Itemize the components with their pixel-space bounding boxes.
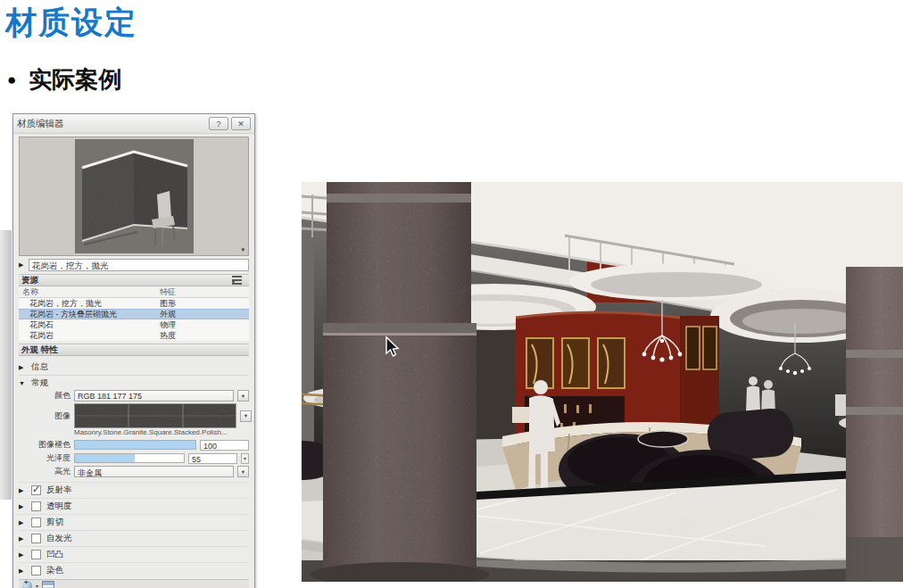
bullet-heading: ● 实际案例 (7, 64, 121, 95)
section-tint[interactable]: ▶ ✓ 染色 (19, 562, 249, 578)
resources-header-label: 资源 (21, 275, 38, 286)
section-bump[interactable]: ▶ ✓ 凹凸 (19, 546, 249, 562)
general-section-row[interactable]: ▼ 常规 (19, 377, 249, 388)
render-image (302, 182, 903, 582)
material-expander-icon[interactable]: ▶ (19, 261, 26, 269)
chevron-down-icon: ▾ (242, 468, 244, 476)
appearance-header-bar: 外观 特性 (19, 344, 249, 356)
page-title: 材质设定 (5, 2, 137, 44)
asset-row-appearance[interactable]: 花岗岩 - 方块叠层砌抛光 外观 (19, 309, 249, 319)
color-value-field[interactable]: RGB 181 177 175 (74, 390, 234, 402)
duplicate-asset-icon[interactable] (42, 581, 54, 588)
dialog-title: 材质编辑器 (17, 118, 206, 130)
bullet-icon: ● (7, 71, 16, 89)
column-trait: 特征 (160, 286, 249, 298)
general-expander-icon: ▼ (19, 380, 26, 386)
image-fade-slider[interactable] (74, 440, 196, 450)
chevron-down-icon: ▾ (244, 455, 246, 461)
chevron-down-icon: ▾ (244, 412, 247, 419)
column-name: 名称 (19, 286, 160, 298)
glossiness-slider[interactable] (74, 453, 185, 463)
check-icon: ✓ (32, 484, 40, 495)
glossiness-label: 光泽度 (19, 452, 70, 464)
chevron-down-icon[interactable]: ▾ (36, 583, 38, 588)
image-fade-label: 图像褪色 (19, 439, 70, 451)
right-column (846, 267, 903, 582)
image-texture-swatch[interactable] (74, 403, 236, 428)
list-view-icon[interactable]: ▾ (232, 276, 246, 285)
glossiness-dropdown-button[interactable]: ▾ (241, 453, 249, 464)
highlight-label: 高光 (19, 466, 70, 477)
image-dropdown-button[interactable]: ▾ (240, 410, 252, 422)
tint-checkbox[interactable]: ✓ (31, 566, 41, 576)
interior-render (302, 182, 903, 582)
section-transparency[interactable]: ▶ ✓ 透明度 (19, 498, 249, 514)
glossiness-value[interactable]: 55 (188, 453, 237, 464)
help-icon: ? (216, 120, 220, 128)
background-window-strip (0, 230, 12, 500)
reflectivity-checkbox[interactable]: ✓ (31, 485, 41, 495)
info-expander-icon: ▶ (19, 364, 26, 371)
material-editor-dialog: 材质编辑器 ? ✕ (12, 113, 255, 588)
color-label: 颜色 (19, 390, 70, 402)
material-preview: ▾ (19, 137, 249, 256)
bump-checkbox[interactable]: ✓ (31, 550, 41, 559)
cutouts-checkbox[interactable]: ✓ (31, 518, 41, 527)
image-filename-caption: Masonry.Stone.Granite.Square.Stacked.Pol… (74, 428, 249, 437)
section-self-illumination[interactable]: ▶ ✓ 自发光 (19, 530, 249, 546)
create-asset-icon[interactable] (22, 581, 32, 588)
asset-row-physical[interactable]: 花岗石 物理 (19, 319, 249, 330)
close-icon: ✕ (237, 120, 244, 128)
transparency-checkbox[interactable]: ✓ (31, 501, 41, 511)
help-button[interactable]: ? (209, 117, 228, 130)
material-name-field[interactable]: 花岗岩，挖方，抛光 (29, 259, 249, 271)
preview-expand-icon[interactable]: ▾ (241, 246, 244, 253)
dialog-titlebar[interactable]: 材质编辑器 ? ✕ (13, 114, 254, 134)
close-button[interactable]: ✕ (231, 117, 251, 130)
info-section-row[interactable]: ▶ 信息 (19, 360, 249, 376)
chevron-down-icon: ▾ (242, 393, 244, 400)
resources-header-bar: 资源 ▾ (19, 274, 249, 286)
asset-table-header: 名称 特征 (19, 286, 249, 298)
image-label: 图像 (19, 410, 70, 422)
image-fade-value[interactable]: 100 (200, 440, 249, 451)
self-illumination-checkbox[interactable]: ✓ (31, 534, 41, 543)
asset-row-graphics[interactable]: 花岗岩，挖方，抛光 图形 (19, 298, 249, 309)
section-reflectivity[interactable]: ▶ ✓ 反射率 (19, 482, 249, 498)
left-column (311, 182, 489, 582)
asset-row-thermal[interactable]: 花岗岩 热度 (19, 330, 249, 341)
color-dropdown-button[interactable]: ▾ (237, 390, 249, 402)
preview-granite-wall (75, 139, 194, 253)
dialog-bottom-toolbar: ▾ (19, 579, 249, 588)
slide-page: { "page": { "title": "材质设定", "bullet": "… (0, 0, 903, 588)
bullet-label: 实际案例 (29, 64, 121, 95)
appearance-header-label: 外观 特性 (21, 344, 58, 356)
highlight-dropdown-button[interactable]: ▾ (237, 466, 249, 477)
highlight-select[interactable]: 非金属 (74, 466, 234, 477)
section-cutouts[interactable]: ▶ ✓ 剪切 (19, 514, 249, 530)
